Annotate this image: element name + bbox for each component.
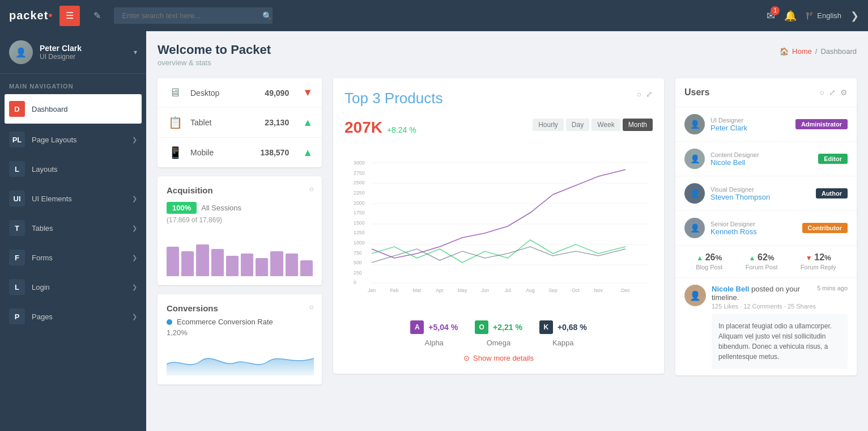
bar-2 [181, 251, 194, 276]
sidebar-item-tables[interactable]: T Tables ❯ [0, 213, 146, 243]
sidebar-item-dashboard[interactable]: D Dashboard [5, 94, 142, 124]
kenneth-avatar: 👤 [684, 218, 705, 238]
peter-name: Peter Clark [710, 124, 790, 132]
products-circle-icon[interactable]: ○ [637, 90, 641, 99]
kenneth-badge: Contributor [802, 223, 848, 233]
svg-text:Dec: Dec [621, 288, 630, 293]
products-big-value: 207K [344, 119, 382, 137]
products-stat: 207K +8.24 % [344, 119, 416, 137]
acquisition-header: 100% All Sessions [167, 202, 313, 214]
product-legends: A +5,04 % Alpha O +2,21 % [344, 320, 653, 347]
peter-role-label: UI Designer [710, 117, 790, 124]
time-btn-month[interactable]: Month [623, 119, 653, 131]
notification-row: 👤 Nicole Bell posted on your timeline. 5… [675, 278, 857, 375]
time-btn-hourly[interactable]: Hourly [533, 119, 564, 131]
time-btn-day[interactable]: Day [566, 119, 589, 131]
steven-name: Steven Thompson [710, 193, 810, 201]
menu-button[interactable]: ☰ [59, 6, 80, 26]
steven-role-label: Visual Designer [710, 186, 810, 193]
desktop-trend-icon: ▼ [303, 87, 313, 99]
users-header: Users ○ ⤢ ⚙ [675, 78, 857, 107]
sidebar-item-pages[interactable]: P Pages ❯ [0, 302, 146, 331]
breadcrumb-home[interactable]: Home [792, 47, 812, 56]
omega-pct: +2,21 % [493, 323, 522, 332]
svg-text:1250: 1250 [354, 230, 365, 235]
alpha-icon: A [410, 320, 424, 334]
users-circle-icon[interactable]: ○ [820, 88, 824, 97]
desktop-label: Desktop [190, 88, 258, 98]
alpha-name: Alpha [425, 339, 444, 347]
stat-blog-post: ▲ 26% Blog Post [696, 252, 722, 271]
kenneth-info: Senior Designer Kenneth Ross [710, 221, 797, 236]
sidebar-item-forms[interactable]: F Forms ❯ [0, 243, 146, 272]
page-subtitle: overview & stats [158, 58, 271, 67]
steven-badge: Author [816, 188, 848, 198]
sidebar: 👤 Peter Clark UI Designer ▾ MAIN NAVIGAT… [0, 31, 146, 431]
conversions-card: Conversions ○ Ecommerce Conversion Rate … [158, 294, 322, 384]
svg-text:Oct: Oct [572, 288, 580, 293]
blog-post-label: Blog Post [696, 264, 722, 271]
language-button[interactable]: 🏴 English [806, 11, 841, 20]
svg-text:Jun: Jun [481, 288, 489, 293]
page-heading: Welcome to Packet overview & stats [158, 43, 271, 67]
users-card: Users ○ ⤢ ⚙ 👤 UI Designer Peter Clark Ad… [675, 78, 857, 375]
bar-6 [241, 253, 253, 276]
kenneth-name: Kenneth Ross [710, 227, 797, 236]
svg-text:1500: 1500 [354, 220, 365, 226]
sidebar-item-label: Tables [32, 224, 125, 233]
sidebar-item-login[interactable]: L Login ❯ [0, 272, 146, 302]
chevron-right-icon: ❯ [132, 284, 137, 291]
conversions-settings-icon[interactable]: ○ [309, 302, 314, 311]
notif-meta: 125 Likes · 12 Comments · 25 Shares [712, 303, 848, 310]
blog-post-pct: 26% [705, 252, 722, 262]
products-percentage: +8.24 % [387, 125, 416, 134]
sidebar-item-label: UI Elements [32, 195, 125, 203]
acquisition-sessions: All Sessions [201, 204, 241, 212]
dashboard-grid: 🖥 Desktop 49,090 ▼ 📋 Tablet 23,130 ▲ 📱 M… [158, 78, 857, 384]
bar-7 [256, 258, 268, 276]
time-btn-week[interactable]: Week [592, 119, 620, 131]
bell-button[interactable]: 🔔 [784, 10, 797, 22]
stat-forum-reply: ▼ 12% Forum Reply [801, 252, 836, 271]
search-input[interactable] [114, 7, 273, 24]
search-button[interactable]: 🔍 [262, 11, 272, 20]
logo: packet• [9, 9, 53, 22]
sidebar-item-layouts[interactable]: L Layouts [0, 154, 146, 184]
page-title: Welcome to Packet [158, 43, 271, 57]
arrow-up-icon: ▲ [696, 254, 703, 262]
users-settings-icon[interactable]: ⚙ [840, 88, 848, 97]
svg-text:1750: 1750 [354, 210, 365, 216]
sidebar-item-label: Forms [32, 253, 125, 262]
page-header: Welcome to Packet overview & stats 🏠 Hom… [158, 43, 857, 67]
user-panel[interactable]: 👤 Peter Clark UI Designer ▾ [0, 31, 146, 74]
language-label: English [817, 11, 841, 20]
expand-button[interactable]: ✎ [87, 6, 107, 26]
topbar-right: ✉ 1 🔔 🏴 English ❯ [767, 10, 859, 22]
svg-text:0: 0 [354, 280, 356, 285]
show-more-button[interactable]: ⊙ Show more details [344, 354, 653, 362]
tablet-value: 23,130 [265, 118, 289, 127]
ui-elements-icon: UI [9, 191, 25, 206]
wave-chart [167, 341, 314, 375]
sidebar-item-ui-elements[interactable]: UI UI Elements ❯ [0, 184, 146, 213]
stat-blog-arrow: ▲ 26% [696, 252, 722, 263]
page-layouts-icon: PL [9, 132, 25, 147]
mail-button[interactable]: ✉ 1 [767, 10, 775, 22]
flag-icon: 🏴 [806, 11, 815, 20]
users-actions: ○ ⤢ ⚙ [820, 88, 848, 97]
products-expand-icon[interactable]: ⤢ [646, 90, 653, 99]
sidebar-item-page-layouts[interactable]: PL Page Layouts ❯ [0, 125, 146, 154]
products-controls: ○ ⤢ [637, 90, 653, 99]
nicole-badge: Editor [818, 154, 848, 164]
stat-reply-arrow: ▼ 12% [801, 252, 836, 263]
forum-reply-pct: 12% [814, 252, 831, 262]
mail-badge: 1 [771, 6, 780, 15]
omega-name: Omega [487, 339, 511, 347]
acquisition-settings-icon[interactable]: ○ [309, 184, 314, 193]
svg-text:Sep: Sep [548, 288, 558, 293]
legend-kappa: K +0,68 % Kappa [539, 320, 587, 347]
panel-toggle-button[interactable]: ❯ [850, 10, 859, 22]
svg-text:Jul: Jul [504, 288, 510, 293]
left-panel: 🖥 Desktop 49,090 ▼ 📋 Tablet 23,130 ▲ 📱 M… [158, 78, 322, 384]
users-expand-icon[interactable]: ⤢ [829, 88, 836, 97]
